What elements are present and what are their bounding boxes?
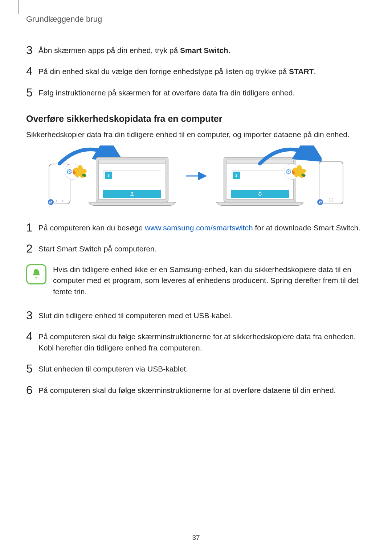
step-text: På din enhed skal du vælge den forrige e… — [38, 65, 316, 77]
step-list-bottom: 1 På computeren kan du besøge www.samsun… — [26, 222, 366, 396]
step-text: Slut enheden til computeren via USB-kabl… — [38, 363, 188, 374]
step-text: På computeren skal du følge skærminstruk… — [38, 384, 336, 396]
step-text: Følg instruktionerne på skærmen for at o… — [38, 87, 295, 98]
gear-icon: ⚙ — [285, 167, 292, 176]
step-4b: 4 På computeren skal du følge skærminstr… — [26, 331, 366, 353]
step-number: 3 — [26, 309, 38, 321]
text-fragment: for at downloade Smart Switch. — [253, 223, 360, 232]
step-number: 2 — [26, 243, 38, 254]
sync-badge-icon — [47, 198, 54, 206]
step-number: 6 — [26, 384, 38, 396]
step-4: 4 På din enhed skal du vælge den forrige… — [26, 65, 366, 77]
tablet-icon — [319, 161, 343, 204]
sync-badge-icon — [317, 198, 324, 206]
media-bubble-icon: ⚙ — [284, 164, 300, 180]
app-badge-icon: s — [105, 172, 112, 179]
illus-backup: ⚙ s — [49, 148, 179, 206]
bold-term: START — [289, 67, 314, 75]
app-badge-icon: s — [233, 172, 240, 179]
step-text: Slut din tidligere enhed til computeren … — [38, 309, 232, 321]
step-text: På computeren skal du følge skærminstruk… — [38, 331, 366, 353]
illus-restore: s ⚙ — [213, 148, 343, 206]
arrow-right-icon — [185, 172, 207, 182]
margin-rule — [18, 0, 19, 14]
restore-strip-icon — [231, 190, 289, 198]
laptop-icon: s — [89, 157, 176, 206]
note-text: Hvis din tidligere enhed ikke er en Sams… — [53, 264, 366, 297]
running-header: Grundlæggende brug — [26, 15, 366, 24]
text-fragment: . — [228, 46, 230, 54]
step-3b: 3 Slut din tidligere enhed til computere… — [26, 309, 366, 321]
step-number: 4 — [26, 65, 38, 77]
step-3: 3 Åbn skærmen apps på din enhed, tryk på… — [26, 44, 366, 56]
smartswitch-link[interactable]: www.samsung.com/smartswitch — [145, 223, 253, 232]
step-5b: 5 Slut enheden til computeren via USB-ka… — [26, 363, 366, 374]
text-fragment: På din enhed skal du vælge den forrige e… — [38, 67, 289, 75]
photo-icon — [294, 165, 305, 176]
step-2b: 2 Start Smart Switch på computeren. — [26, 243, 366, 254]
step-text: Åbn skærmen apps på din enhed, tryk på S… — [38, 44, 230, 56]
photo-icon — [75, 165, 86, 176]
text-fragment: Følg instruktionerne på skærmen for at o… — [38, 89, 295, 97]
step-text: Start Smart Switch på computeren. — [38, 243, 157, 254]
step-list-top: 3 Åbn skærmen apps på din enhed, tryk på… — [26, 44, 366, 98]
step-number: 5 — [26, 87, 38, 98]
note-callout: Hvis din tidligere enhed ikke er en Sams… — [26, 264, 366, 297]
section-heading: Overføre sikkerhedskopidata fra en compu… — [26, 114, 366, 124]
step-1b: 1 På computeren kan du besøge www.samsun… — [26, 222, 366, 233]
document-page: Grundlæggende brug 3 Åbn skærmen apps på… — [0, 0, 392, 554]
text-fragment: På computeren kan du besøge — [38, 223, 145, 232]
step-number: 1 — [26, 222, 38, 233]
text-fragment: Åbn skærmen apps på din enhed, tryk på — [38, 46, 180, 54]
upload-strip-icon — [103, 190, 161, 198]
step-number: 3 — [26, 44, 38, 56]
step-number: 4 — [26, 331, 38, 342]
text-fragment: . — [314, 67, 316, 75]
page-number: 37 — [0, 534, 392, 542]
bold-term: Smart Switch — [180, 46, 228, 54]
transfer-illustration: ⚙ s — [26, 148, 366, 206]
step-number: 5 — [26, 363, 38, 374]
media-bubble-icon: ⚙ — [65, 164, 81, 180]
note-bell-icon — [26, 264, 46, 284]
step-5: 5 Følg instruktionerne på skærmen for at… — [26, 87, 366, 98]
step-text: På computeren kan du besøge www.samsung.… — [38, 222, 360, 233]
step-6b: 6 På computeren skal du følge skærminstr… — [26, 384, 366, 396]
section-intro: Sikkerhedskopier data fra din tidligere … — [26, 129, 366, 140]
gear-icon: ⚙ — [66, 167, 73, 176]
